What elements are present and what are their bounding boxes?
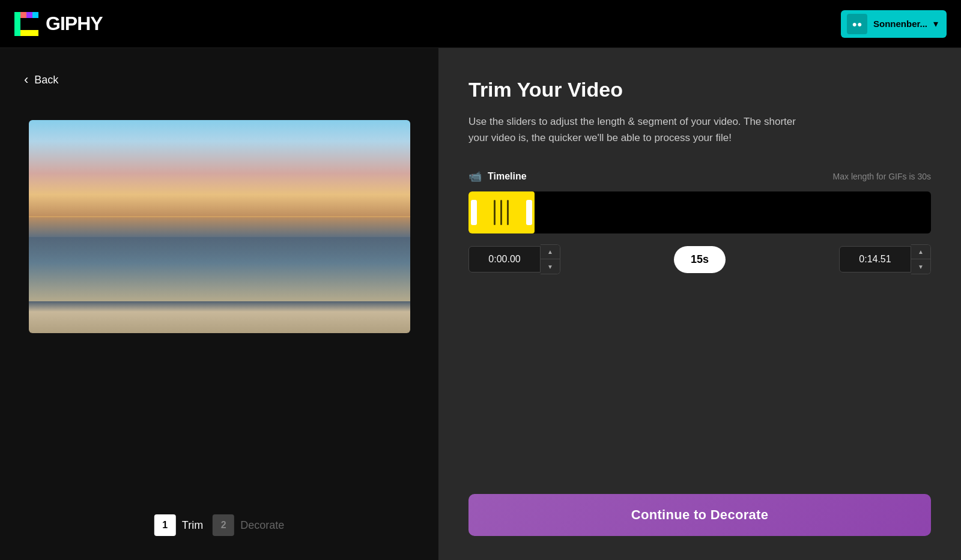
giphy-logo-icon: [14, 12, 38, 36]
timeline-right-handle[interactable]: [526, 200, 532, 225]
start-time-group: ▲ ▼: [468, 244, 560, 274]
left-panel: ‹ Back 1 Trim 2 Decorate: [0, 48, 438, 560]
end-time-down-button[interactable]: ▼: [911, 259, 930, 274]
back-chevron-icon: ‹: [24, 72, 28, 88]
start-time-down-button[interactable]: ▼: [541, 259, 560, 274]
duration-badge: 15s: [674, 246, 726, 273]
trim-description: Use the sliders to adjust the length & s…: [468, 113, 817, 146]
camera-icon: 📹: [468, 170, 482, 183]
start-time-spinners: ▲ ▼: [541, 244, 560, 274]
step-1: 1 Trim: [154, 514, 203, 536]
header: GIPHY ●● Sonnenber... ▾: [0, 0, 961, 48]
svg-rect-1: [20, 12, 26, 18]
back-button[interactable]: ‹ Back: [24, 72, 58, 88]
end-time-spinners: ▲ ▼: [911, 244, 931, 274]
timeline-header: 📹 Timeline Max length for GIFs is 30s: [468, 170, 931, 183]
back-label: Back: [34, 74, 58, 86]
chevron-down-icon: ▾: [933, 18, 938, 29]
filmstrip-3: [507, 200, 509, 225]
video-background: [29, 120, 410, 333]
start-time-up-button[interactable]: ▲: [541, 245, 560, 259]
filmstrip-2: [500, 200, 502, 225]
filmstrips: [476, 200, 527, 225]
end-time-up-button[interactable]: ▲: [911, 245, 930, 259]
user-avatar: ●●: [847, 14, 867, 34]
logo-text: GIPHY: [46, 13, 103, 35]
user-name: Sonnenber...: [873, 19, 927, 29]
video-preview: [29, 120, 410, 333]
end-time-input[interactable]: [839, 246, 911, 272]
filmstrip-1: [494, 200, 496, 225]
timeline-label: 📹 Timeline: [468, 170, 527, 183]
svg-rect-3: [32, 12, 38, 18]
step-1-number: 1: [154, 514, 176, 536]
step-2-label: Decorate: [240, 519, 284, 532]
trim-title: Trim Your Video: [468, 78, 931, 101]
right-panel: Trim Your Video Use the sliders to adjus…: [438, 48, 961, 560]
time-controls: ▲ ▼ 15s ▲ ▼: [468, 244, 931, 274]
svg-rect-4: [20, 30, 38, 36]
svg-rect-2: [26, 12, 32, 18]
end-time-group: ▲ ▼: [839, 244, 931, 274]
main-layout: ‹ Back 1 Trim 2 Decorate Trim Your Video…: [0, 48, 961, 560]
step-2-number: 2: [213, 514, 234, 536]
video-waves: [29, 237, 410, 301]
step-2: 2 Decorate: [213, 514, 284, 536]
continue-to-decorate-button[interactable]: Continue to Decorate: [468, 494, 931, 536]
timeline-selection[interactable]: [468, 191, 535, 233]
timeline-track[interactable]: [468, 191, 931, 233]
max-length-text: Max length for GIFs is 30s: [833, 172, 931, 181]
svg-rect-0: [14, 12, 20, 36]
logo-area: GIPHY: [14, 12, 103, 36]
step-1-label: Trim: [182, 519, 203, 532]
user-menu[interactable]: ●● Sonnenber... ▾: [841, 10, 947, 38]
timeline-label-text: Timeline: [488, 171, 527, 182]
avatar-initials: ●●: [852, 19, 862, 29]
steps-bar: 1 Trim 2 Decorate: [154, 514, 284, 536]
start-time-input[interactable]: [468, 246, 541, 272]
video-horizon: [29, 216, 410, 217]
